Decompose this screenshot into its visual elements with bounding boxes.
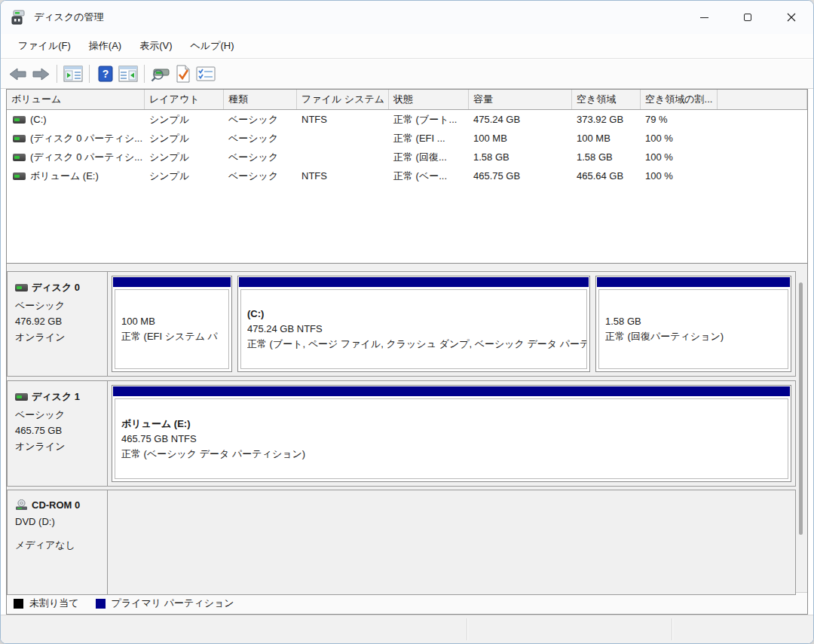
volume-name: (C:) [30,110,47,129]
disk-status: オンライン [15,329,103,345]
disk-management-app-icon [11,10,26,25]
volume-fs [297,129,389,148]
disk-icon [15,284,28,291]
menu-file[interactable]: ファイル(F) [10,35,79,56]
column-header-blank [718,90,807,109]
close-button[interactable] [770,1,813,34]
volume-layout: シンプル [145,166,224,185]
column-header-type[interactable]: 種類 [224,90,297,109]
menu-help[interactable]: ヘルプ(H) [182,35,243,56]
column-header-fs[interactable]: ファイル システム [297,90,389,109]
partition-color-bar [113,386,790,396]
menu-view[interactable]: 表示(V) [131,35,180,56]
column-header-volume[interactable]: ボリューム [7,90,145,109]
volume-free-pct: 100 % [641,148,718,166]
show-console-tree-icon [63,66,83,82]
partition-status: 正常 (ベーシック データ パーティション) [121,447,788,462]
column-header-free-pct[interactable]: 空き領域の割... [641,90,718,109]
svg-text:?: ? [103,68,109,80]
volume-capacity: 465.75 GB [469,166,572,185]
volume-row-efi[interactable]: (ディスク 0 パーティシ... シンプル ベーシック 正常 (EFI ... … [7,129,807,148]
check-document-button[interactable] [172,63,194,84]
partition-recovery[interactable]: 1.58 GB 正常 (回復パーティション) [595,276,791,372]
volume-row-recovery[interactable]: (ディスク 0 パーティシ... シンプル ベーシック 正常 (回復... 1.… [7,148,807,166]
cdrom-label[interactable]: CD-ROM 0 DVD (D:) メディアなし [8,490,108,594]
disk0-partitions: 100 MB 正常 (EFI システム パ (C:) 475.24 GB NTF… [108,272,795,376]
volume-drive-icon [13,135,26,142]
volume-fs: NTFS [297,110,389,129]
console-view: ボリューム レイアウト 種類 ファイル システム 状態 容量 空き領域 空き領域… [6,89,808,615]
volume-layout: シンプル [145,148,224,166]
disk1-label[interactable]: ディスク 1 ベーシック 465.75 GB オンライン [8,381,108,486]
cdrom-media-status: メディアなし [15,537,103,553]
partition-color-bar [597,277,790,287]
maximize-icon [744,14,751,21]
volume-free-pct: 79 % [641,110,718,129]
disk1-partitions: ボリューム (E:) 465.75 GB NTFS 正常 (ベーシック データ … [108,381,795,486]
column-header-status[interactable]: 状態 [389,90,469,109]
disk0-label[interactable]: ディスク 0 ベーシック 476.92 GB オンライン [8,272,108,376]
volume-layout: シンプル [145,129,224,148]
show-action-pane-icon [118,66,138,82]
menu-bar: ファイル(F) 操作(A) 表示(V) ヘルプ(H) [1,34,813,59]
volume-row-e[interactable]: ボリューム (E:) シンプル ベーシック NTFS 正常 (ベー... 465… [7,166,807,185]
column-header-capacity[interactable]: 容量 [469,90,572,109]
volume-free: 1.58 GB [572,148,641,166]
volume-fs [297,148,389,166]
disk-view-button[interactable] [149,63,172,84]
disk0-row: ディスク 0 ベーシック 476.92 GB オンライン 100 MB 正常 (… [7,271,796,377]
disk-name: ディスク 1 [32,390,80,404]
status-bar-divider [467,618,467,640]
volume-name: (ディスク 0 パーティシ... [30,148,142,166]
minimize-button[interactable] [682,1,726,34]
column-header-layout[interactable]: レイアウト [145,90,224,109]
toolbar-separator [144,65,145,83]
volume-name: ボリューム (E:) [30,166,99,185]
disk-size: 465.75 GB [15,423,103,438]
volume-capacity: 475.24 GB [469,110,572,129]
status-bar-divider [672,618,672,640]
task-list-icon [196,66,216,82]
volume-type: ベーシック [224,110,297,129]
cdrom-empty-area [108,490,795,594]
unallocated-legend-swatch [14,599,23,609]
partition-size: 475.24 GB NTFS [247,322,586,337]
disk-name: ディスク 0 [32,281,80,295]
volume-status: 正常 (回復... [389,148,469,166]
partition-size: 465.75 GB NTFS [121,432,788,447]
disk1-row: ディスク 1 ベーシック 465.75 GB オンライン ボリューム (E:) … [7,380,796,487]
back-icon [9,68,27,81]
show-action-pane-button[interactable] [117,63,139,84]
volume-free: 100 MB [572,129,641,148]
volume-type: ベーシック [224,148,297,166]
maximize-button[interactable] [726,1,770,34]
menu-action[interactable]: 操作(A) [81,35,130,56]
partition-title: (C:) [247,307,586,322]
partition-efi[interactable]: 100 MB 正常 (EFI システム パ [112,276,232,372]
unallocated-legend-label: 未割り当て [29,597,79,610]
task-list-button[interactable] [194,63,217,84]
volume-free-pct: 100 % [641,129,718,148]
partition-c[interactable]: (C:) 475.24 GB NTFS 正常 (ブート, ページ ファイル, ク… [237,276,590,372]
disk-management-window: ディスクの管理 ファイル(F) 操作(A) 表示(V) ヘルプ(H) [0,0,814,644]
column-header-free[interactable]: 空き領域 [572,90,641,109]
vertical-scrollbar[interactable] [799,282,803,535]
legend-bar: 未割り当て プライマリ パーティション [7,592,807,614]
disk-status: オンライン [15,438,103,454]
disk-graph-panel: ディスク 0 ベーシック 476.92 GB オンライン 100 MB 正常 (… [7,264,807,592]
partition-e[interactable]: ボリューム (E:) 465.75 GB NTFS 正常 (ベーシック データ … [112,385,791,482]
volume-drive-icon [13,116,26,124]
volume-type: ベーシック [224,129,297,148]
toolbar-separator [89,65,90,83]
volume-status: 正常 (ブート... [389,110,469,129]
help-button[interactable]: ? [94,63,117,84]
forward-button[interactable] [29,63,52,84]
volume-layout: シンプル [145,110,224,129]
volume-row-c[interactable]: (C:) シンプル ベーシック NTFS 正常 (ブート... 475.24 G… [7,110,807,129]
back-button[interactable] [7,63,29,84]
disk-type: ベーシック [15,298,103,313]
partition-status: 正常 (ブート, ページ ファイル, クラッシュ ダンプ, ベーシック データ … [247,337,586,352]
help-icon: ? [98,66,113,82]
show-console-tree-button[interactable] [62,63,84,84]
volume-free: 465.64 GB [572,166,641,185]
